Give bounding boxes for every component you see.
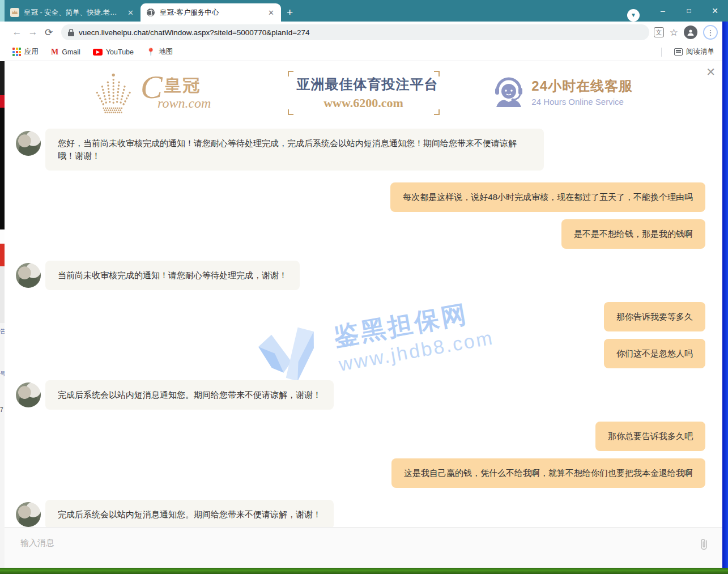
- attachment-icon[interactable]: [699, 538, 710, 551]
- forward-icon[interactable]: →: [25, 24, 41, 40]
- background-sliver-glyph: 号: [0, 370, 5, 378]
- url-text: vuecn.livehelpu.chat/chatWindow.aspx?sit…: [79, 28, 310, 37]
- browser-titlebar: 皇冠 - 安全、简单、快捷.老品牌 ✕ 皇冠-客户服务中心 ✕ + ▼ – □ …: [0, 0, 728, 22]
- background-titlebar-sliver: [0, 0, 5, 22]
- toolbar-right-icons: 文 ☆ ⋮: [654, 25, 718, 40]
- tab-strip: 皇冠 - 安全、简单、快捷.老品牌 ✕ 皇冠-客户服务中心 ✕ +: [5, 3, 293, 22]
- message-bubble: 那你告诉我要等多久: [604, 302, 705, 331]
- slogan-banner: 亚洲最佳体育投注平台 www.6200.com: [288, 71, 440, 115]
- agent-avatar: [16, 131, 41, 156]
- maps-pin-icon: 📍: [146, 48, 155, 56]
- person-icon: [687, 28, 695, 36]
- message-bubble: 您好，当前尚未收审核完成的通知！请您耐心等待处理完成，完成后系统会以站内短消息通…: [45, 129, 544, 171]
- bookmark-label: YouTube: [106, 48, 134, 56]
- background-sliver-black: [0, 108, 5, 229]
- message-bubble: 那你总要告诉我多久吧: [595, 422, 705, 451]
- tab-close-icon[interactable]: ✕: [267, 8, 275, 17]
- bookmark-youtube[interactable]: YouTube: [93, 48, 134, 56]
- browser-menu-icon[interactable]: ⋮: [703, 25, 718, 40]
- service-badge: 24小时在线客服 24 Hours Online Service: [494, 76, 633, 107]
- message-row: 每次都是这样说，说好48小时完成审核，现在都过了五天了，不能换个理由吗: [16, 182, 705, 212]
- new-tab-button[interactable]: +: [287, 6, 293, 19]
- chat-page: ✕ C 皇冠 ro: [5, 62, 722, 568]
- slogan-url: www.6200.com: [297, 96, 431, 110]
- update-arrow-icon: ▼: [631, 12, 636, 18]
- bookmarks-bar: 应用 M Gmail YouTube 📍 地图 阅读清单: [5, 43, 722, 61]
- background-sliver-dark: [0, 61, 5, 95]
- background-window-sliver: 告 号 7: [0, 61, 5, 568]
- reload-icon[interactable]: ⟳: [41, 24, 57, 40]
- composer-bar: [5, 527, 722, 568]
- maximize-button[interactable]: □: [676, 7, 702, 15]
- reading-list-icon: [674, 48, 683, 56]
- service-title: 24小时在线客服: [531, 77, 633, 95]
- apps-grid-icon: [12, 48, 21, 56]
- message-bubble: 完成后系统会以站内短消息通知您。期间给您带来不便请谅解，谢谢！: [45, 380, 334, 410]
- profile-avatar-icon[interactable]: [684, 25, 697, 39]
- desktop-background-right-strip: [722, 22, 728, 574]
- minimize-button[interactable]: –: [650, 6, 676, 15]
- background-sliver-white: [0, 229, 5, 244]
- service-subtitle: 24 Hours Online Service: [531, 97, 633, 107]
- message-row: 完成后系统会以站内短消息通知您。期间给您带来不便请谅解，谢谢！: [16, 500, 705, 527]
- background-sliver-glyph: 告: [0, 328, 5, 335]
- bookmarks-divider: [661, 48, 662, 57]
- crown-logo: C 皇冠 rown.com: [91, 72, 237, 115]
- back-icon[interactable]: ←: [9, 24, 25, 40]
- bookmark-label: 地图: [159, 47, 173, 57]
- crown-logo-text: C 皇冠 rown.com: [141, 73, 237, 114]
- browser-update-badge[interactable]: ▼: [627, 9, 640, 22]
- message-bubble: 是不是不想给钱，那是我的钱啊: [561, 219, 705, 249]
- translate-icon[interactable]: 文: [654, 27, 664, 37]
- chat-header: C 皇冠 rown.com 亚洲最佳体育投注平台 www.6200.com: [5, 66, 722, 118]
- browser-toolbar: ← → ⟳ vuecn.livehelpu.chat/chatWindow.as…: [5, 22, 722, 43]
- background-sliver-gray: [0, 266, 5, 323]
- reading-list-label: 阅读清单: [686, 47, 714, 57]
- tab-crown-home[interactable]: 皇冠 - 安全、简单、快捷.老品牌 ✕: [5, 3, 141, 22]
- chat-close-icon[interactable]: ✕: [706, 65, 716, 79]
- lock-icon: [68, 29, 74, 36]
- tab-customer-service[interactable]: 皇冠-客户服务中心 ✕: [141, 3, 281, 22]
- message-bubble: 当前尚未收审核完成的通知！请您耐心等待处理完成，谢谢！: [45, 261, 300, 290]
- agent-avatar: [16, 502, 41, 527]
- slogan-text: 亚洲最佳体育投注平台: [297, 75, 431, 93]
- youtube-icon: [93, 49, 103, 56]
- bookmark-maps[interactable]: 📍 地图: [146, 47, 173, 57]
- gmail-icon: M: [51, 48, 58, 57]
- crown-favicon: [10, 8, 19, 17]
- message-row: 你们这不是忽悠人吗: [16, 339, 705, 368]
- window-close-button[interactable]: ✕: [702, 6, 728, 15]
- message-row: 是不是不想给钱，那是我的钱啊: [16, 219, 705, 249]
- reading-list-button[interactable]: 阅读清单: [674, 47, 714, 57]
- agent-avatar: [16, 263, 41, 288]
- tab-title: 皇冠 - 安全、简单、快捷.老品牌: [24, 8, 122, 18]
- logo-domain: rown.com: [157, 96, 211, 111]
- message-row: 您好，当前尚未收审核完成的通知！请您耐心等待处理完成，完成后系统会以站内短消息通…: [16, 129, 705, 171]
- bookmark-star-icon[interactable]: ☆: [670, 27, 678, 39]
- message-row: 那你告诉我要等多久: [16, 302, 705, 331]
- message-row: 完成后系统会以站内短消息通知您。期间给您带来不便请谅解，谢谢！: [16, 380, 705, 410]
- message-row: 那你总要告诉我多久吧: [16, 422, 705, 451]
- message-bubble: 完成后系统会以站内短消息通知您。期间给您带来不便请谅解，谢谢！: [45, 500, 334, 527]
- tab-close-icon[interactable]: ✕: [126, 8, 135, 17]
- bookmark-gmail[interactable]: M Gmail: [51, 48, 80, 57]
- window-controls: – □ ✕: [650, 0, 728, 22]
- message-bubble: 这是我自己赢的钱，凭什么不给我啊，就算不想给你们也要把我本金退给我啊: [391, 458, 705, 488]
- desktop-background-grass: [0, 568, 728, 574]
- bookmark-label: 应用: [24, 47, 39, 57]
- headset-agent-icon: [494, 76, 523, 107]
- message-row: 这是我自己赢的钱，凭什么不给我啊，就算不想给你们也要把我本金退给我啊: [16, 458, 705, 488]
- address-bar[interactable]: vuecn.livehelpu.chat/chatWindow.aspx?sit…: [61, 24, 649, 40]
- logo-chinese: 皇冠: [164, 74, 201, 97]
- message-list: 您好，当前尚未收审核完成的通知！请您耐心等待处理完成，完成后系统会以站内短消息通…: [16, 129, 705, 527]
- bookmark-apps[interactable]: 应用: [12, 47, 39, 57]
- tab-title: 皇冠-客户服务中心: [160, 8, 262, 18]
- background-sliver-red2: [0, 244, 5, 266]
- message-bubble: 每次都是这样说，说好48小时完成审核，现在都过了五天了，不能换个理由吗: [390, 182, 705, 212]
- chat-area: 鉴黑担保网 www.jhdb8.com 您好，当前尚未收审核完成的通知！请您耐心…: [5, 121, 722, 527]
- globe-favicon: [146, 8, 155, 17]
- crown-dots-icon: [91, 72, 141, 115]
- background-sliver-glyph: 7: [0, 407, 3, 413]
- message-input[interactable]: [20, 538, 688, 547]
- background-sliver-red: [0, 95, 5, 108]
